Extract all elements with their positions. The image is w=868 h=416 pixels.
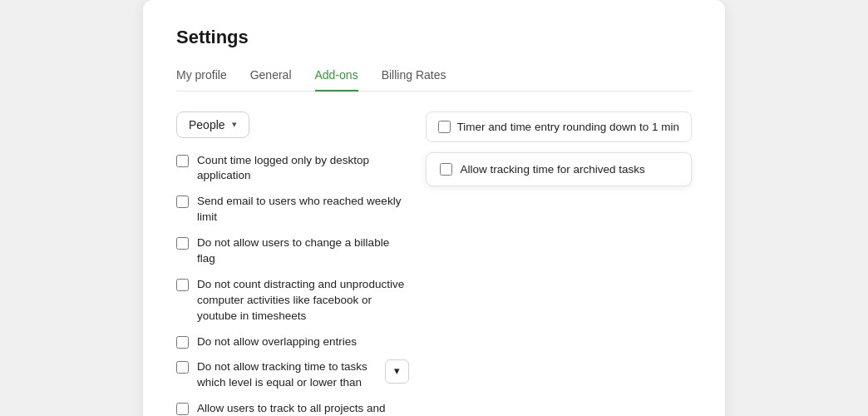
chevron-down-icon: ▾ bbox=[232, 119, 237, 130]
checkbox-tracking-level: Do not allow tracking time to tasks whic… bbox=[176, 359, 409, 391]
checkbox-billable-flag-input[interactable] bbox=[176, 237, 189, 250]
checkbox-tracking-level-label: Do not allow tracking time to tasks whic… bbox=[197, 359, 372, 391]
tab-billing-rates[interactable]: Billing Rates bbox=[382, 68, 446, 92]
checkbox-tracking-level-input[interactable] bbox=[176, 361, 189, 374]
checkbox-overlapping: Do not allow overlapping entries bbox=[176, 334, 409, 350]
checkbox-all-projects-label: Allow users to track to all projects and… bbox=[197, 401, 409, 416]
archived-tasks-label: Allow tracking time for archived tasks bbox=[461, 163, 645, 176]
checkbox-billable-flag-label: Do not allow users to change a billable … bbox=[197, 235, 409, 267]
checkbox-desktop-only: Count time logged only by desktop applic… bbox=[176, 153, 409, 185]
checkbox-all-projects: Allow users to track to all projects and… bbox=[176, 401, 409, 416]
left-column: People ▾ Count time logged only by deskt… bbox=[176, 111, 409, 417]
checkbox-weekly-limit-label: Send email to users who reached weekly l… bbox=[197, 194, 409, 225]
people-label: People bbox=[189, 118, 225, 131]
checkbox-distracting-input[interactable] bbox=[176, 279, 189, 291]
main-content: People ▾ Count time logged only by deskt… bbox=[176, 111, 692, 417]
tab-add-ons[interactable]: Add-ons bbox=[315, 68, 358, 92]
right-column: Timer and time entry rounding down to 1 … bbox=[426, 111, 692, 186]
checkbox-overlapping-label: Do not allow overlapping entries bbox=[197, 334, 357, 350]
tab-my-profile[interactable]: My profile bbox=[176, 68, 227, 92]
checkbox-desktop-only-label: Count time logged only by desktop applic… bbox=[197, 153, 409, 185]
tab-general[interactable]: General bbox=[250, 68, 292, 92]
people-dropdown[interactable]: People ▾ bbox=[176, 111, 249, 138]
page-title: Settings bbox=[176, 27, 692, 48]
timer-rounding-checkbox[interactable] bbox=[438, 121, 451, 133]
checkbox-desktop-only-input[interactable] bbox=[176, 155, 189, 167]
archived-tasks-checkbox[interactable] bbox=[440, 163, 452, 176]
timer-rounding-label: Timer and time entry rounding down to 1 … bbox=[457, 121, 679, 133]
checkbox-distracting-label: Do not count distracting and unproductiv… bbox=[197, 277, 409, 324]
archived-tasks-row: Allow tracking time for archived tasks bbox=[426, 152, 692, 186]
checkbox-all-projects-input[interactable] bbox=[176, 403, 189, 415]
tracking-level-dropdown[interactable]: ▾ bbox=[385, 359, 409, 383]
tracking-level-chevron-icon: ▾ bbox=[394, 364, 400, 379]
settings-card: Settings My profile General Add-ons Bill… bbox=[143, 0, 725, 416]
tabs-bar: My profile General Add-ons Billing Rates bbox=[176, 68, 692, 92]
timer-rounding-row: Timer and time entry rounding down to 1 … bbox=[426, 111, 692, 142]
checkbox-weekly-limit: Send email to users who reached weekly l… bbox=[176, 194, 409, 225]
checkbox-billable-flag: Do not allow users to change a billable … bbox=[176, 235, 409, 267]
checkbox-overlapping-input[interactable] bbox=[176, 336, 189, 349]
checkbox-weekly-limit-input[interactable] bbox=[176, 196, 189, 208]
checkbox-distracting: Do not count distracting and unproductiv… bbox=[176, 277, 409, 324]
